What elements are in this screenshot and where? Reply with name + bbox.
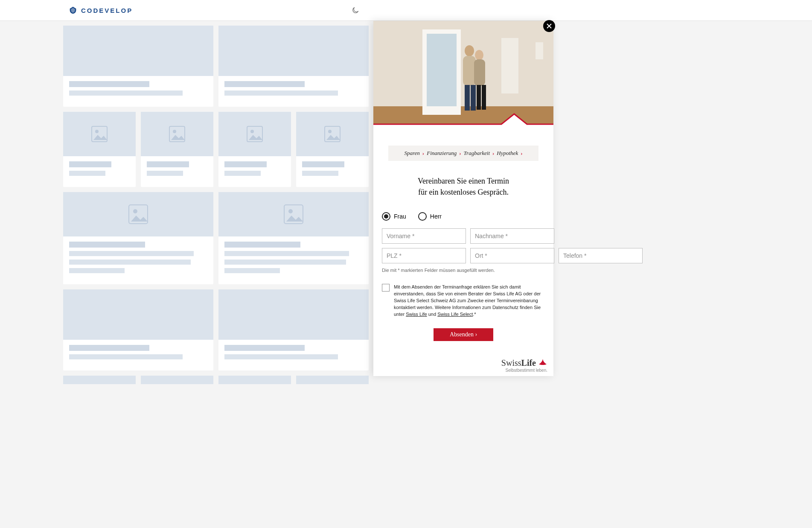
plz-field[interactable] <box>382 248 466 263</box>
skeleton-card <box>63 112 136 187</box>
salutation-frau-radio[interactable]: Frau <box>382 212 406 221</box>
skeleton-card <box>218 26 369 107</box>
svg-rect-24 <box>477 85 481 110</box>
skeleton-card <box>63 289 213 370</box>
nachname-field[interactable] <box>470 228 554 244</box>
vorname-field[interactable] <box>382 228 466 244</box>
required-note: Die mit * markierten Felder müssen ausge… <box>382 268 545 273</box>
svg-point-3 <box>173 130 176 133</box>
privacy-link-swisslife[interactable]: Swiss Life <box>406 312 427 317</box>
ad-hero-image <box>373 21 553 125</box>
headline-line: für ein kostenloses Gespräch. <box>418 188 509 196</box>
chevron-right-icon: › <box>492 150 494 157</box>
svg-rect-22 <box>465 85 470 111</box>
moon-icon <box>351 6 360 15</box>
privacy-link-swisslife-select[interactable]: Swiss Life Select <box>437 312 473 317</box>
skeleton-card <box>218 289 369 370</box>
skeleton-card <box>63 376 136 384</box>
ad-overlay: Sparen› Finanzierung› Tragbarkeit› Hypot… <box>373 21 553 376</box>
svg-rect-15 <box>427 34 457 106</box>
close-button[interactable] <box>543 20 555 32</box>
consent-block: Mit dem Absenden der Terminanfrage erklä… <box>382 284 545 318</box>
logo-icon <box>68 6 78 15</box>
svg-point-5 <box>250 130 254 133</box>
svg-rect-21 <box>474 59 485 86</box>
svg-rect-23 <box>471 85 476 111</box>
salutation-herr-radio[interactable]: Herr <box>418 212 442 221</box>
step-label[interactable]: Sparen <box>404 150 419 157</box>
skeleton-card <box>141 376 213 384</box>
image-placeholder-icon <box>245 125 264 143</box>
svg-rect-16 <box>501 38 518 93</box>
skeleton-card <box>218 112 291 187</box>
svg-point-18 <box>465 45 474 56</box>
roof-line-icon <box>373 111 553 125</box>
brand-tagline: Selbstbestimmt leben. <box>501 368 547 373</box>
skeleton-card <box>296 376 369 384</box>
radio-icon <box>418 212 427 221</box>
image-placeholder-icon <box>282 203 305 226</box>
consent-text-part: .* <box>473 312 476 317</box>
consent-text: Mit dem Absenden der Terminanfrage erklä… <box>394 284 545 318</box>
radio-icon <box>382 212 390 221</box>
image-placeholder-icon <box>323 125 342 143</box>
close-icon <box>547 23 552 29</box>
site-logo[interactable]: CODEVELOP <box>68 6 133 15</box>
svg-point-7 <box>328 130 332 133</box>
header-bar: CODEVELOP <box>0 0 812 21</box>
svg-point-9 <box>133 209 137 213</box>
headline-line: Vereinbaren Sie einen Termin <box>418 177 509 185</box>
svg-point-1 <box>95 130 99 133</box>
svg-rect-17 <box>536 42 543 59</box>
image-placeholder-icon <box>90 125 109 143</box>
consent-text-part: und <box>427 312 437 317</box>
ort-field[interactable] <box>470 248 554 263</box>
skeleton-card <box>141 112 213 187</box>
submit-button[interactable]: Absenden <box>434 328 493 341</box>
skeleton-card <box>63 192 213 284</box>
image-placeholder-icon <box>127 203 150 226</box>
swisslife-logo-icon <box>538 358 547 366</box>
logo-text: CODEVELOP <box>81 7 133 14</box>
skeleton-card <box>218 376 291 384</box>
svg-rect-20 <box>463 56 476 86</box>
hero-illustration <box>373 21 553 125</box>
chevron-right-icon: › <box>459 150 461 157</box>
theme-toggle-button[interactable] <box>351 6 360 15</box>
image-placeholder-icon <box>168 125 186 143</box>
consent-checkbox[interactable] <box>382 284 390 292</box>
radio-label: Herr <box>430 213 442 220</box>
svg-point-11 <box>288 209 293 213</box>
chevron-right-icon: › <box>521 150 522 157</box>
svg-point-19 <box>475 50 483 60</box>
contact-form: Frau Herr Die mit * markierten Felder mü… <box>382 212 545 341</box>
step-label[interactable]: Tragbarkeit <box>464 150 490 157</box>
skeleton-card <box>63 26 213 107</box>
content-skeleton-grid <box>63 26 370 384</box>
skeleton-card <box>218 192 369 284</box>
radio-label: Frau <box>394 213 406 220</box>
chevron-right-icon: › <box>422 150 424 157</box>
step-label[interactable]: Finanzierung <box>427 150 457 157</box>
brand-wordmark: SwissLife <box>501 358 547 368</box>
ad-headline: Vereinbaren Sie einen Termin für ein kos… <box>373 175 553 198</box>
progress-steps: Sparen› Finanzierung› Tragbarkeit› Hypot… <box>388 146 538 161</box>
telefon-field[interactable] <box>559 248 643 263</box>
svg-rect-25 <box>482 85 486 110</box>
swisslife-brand: SwissLife Selbstbestimmt leben. <box>501 358 547 373</box>
skeleton-card <box>296 112 369 187</box>
step-label[interactable]: Hypothek <box>497 150 518 157</box>
